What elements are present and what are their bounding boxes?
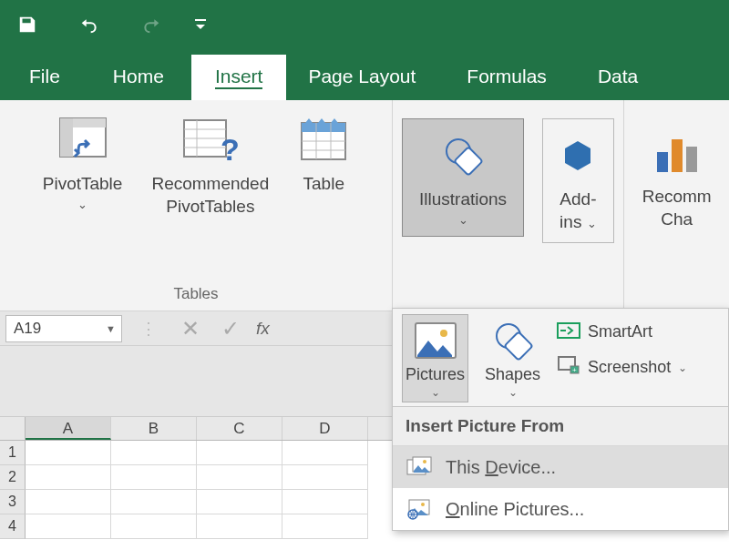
svg-rect-3: [60, 118, 73, 157]
recommended-pivottables-icon: ?: [179, 113, 242, 168]
svg-rect-11: [302, 123, 345, 132]
row-header[interactable]: 3: [0, 490, 26, 514]
table-label: Table: [303, 173, 344, 196]
pictures-icon: [410, 318, 461, 363]
group-label-tables: Tables: [173, 281, 218, 311]
ribbon-group-illustrations: Illustrations ⌄: [393, 100, 533, 311]
ribbon-group-tables: PivotTable ⌄ ? RecommendedPivotTables Ta…: [0, 100, 392, 311]
svg-rect-0: [195, 19, 206, 21]
svg-rect-18: [657, 152, 668, 172]
tab-insert[interactable]: Insert: [191, 55, 287, 100]
pivottable-label: PivotTable: [43, 173, 123, 196]
screenshot-button[interactable]: + Screenshot ⌄: [557, 355, 687, 380]
undo-icon[interactable]: [78, 14, 100, 36]
row-header[interactable]: 4: [0, 514, 26, 539]
chevron-down-icon: ⌄: [77, 198, 87, 211]
illustrations-icon: [440, 128, 486, 183]
cancel-icon[interactable]: ✕: [170, 316, 210, 341]
tab-home[interactable]: Home: [91, 55, 191, 100]
svg-text:?: ?: [221, 132, 240, 166]
illustrations-label: Illustrations: [419, 188, 507, 211]
chevron-down-icon[interactable]: ▼: [106, 323, 116, 334]
table-button[interactable]: Table: [293, 106, 354, 203]
chevron-down-icon: ⌄: [678, 361, 687, 374]
col-header-c[interactable]: C: [197, 417, 282, 440]
pivottable-button[interactable]: PivotTable ⌄: [37, 106, 128, 219]
svg-rect-19: [672, 139, 683, 172]
online-picture-icon: [406, 497, 433, 521]
illustrations-button[interactable]: Illustrations ⌄: [402, 118, 524, 237]
svg-rect-17: [454, 147, 482, 175]
select-all-corner[interactable]: [0, 417, 26, 440]
tab-file[interactable]: File: [11, 55, 91, 100]
online-pictures-item[interactable]: Online Pictures...: [393, 488, 728, 530]
chevron-down-icon: ⌄: [508, 386, 518, 399]
addins-button[interactable]: Add-ins ⌄: [542, 118, 614, 243]
ribbon: PivotTable ⌄ ? RecommendedPivotTables Ta…: [0, 100, 729, 311]
svg-rect-20: [686, 147, 697, 172]
chevron-down-icon: ⌄: [431, 386, 440, 399]
quick-access-toolbar: [0, 0, 729, 49]
tab-page-layout[interactable]: Page Layout: [286, 55, 441, 100]
screenshot-icon: +: [557, 355, 580, 380]
col-header-b[interactable]: B: [111, 417, 197, 440]
chevron-down-icon: ⌄: [458, 213, 468, 227]
drag-handle-icon[interactable]: ⋮: [128, 319, 170, 339]
svg-point-33: [421, 503, 425, 506]
redo-icon[interactable]: [140, 14, 162, 36]
pivottable-icon: [56, 113, 109, 168]
submenu-header: Insert Picture From: [393, 407, 728, 446]
chart-icon: [652, 126, 703, 180]
smartart-icon: [557, 320, 580, 344]
addins-icon: [560, 128, 596, 183]
this-device-item[interactable]: This Device...: [393, 446, 728, 488]
ribbon-group-charts: RecommCha: [624, 100, 717, 311]
tab-formulas[interactable]: Formulas: [441, 55, 572, 100]
shapes-icon: [488, 318, 539, 363]
customize-qat-icon[interactable]: [190, 14, 211, 36]
smartart-button[interactable]: SmartArt: [557, 320, 687, 344]
recommended-charts-button[interactable]: RecommCha: [637, 118, 717, 238]
save-icon[interactable]: [16, 14, 38, 36]
shapes-button[interactable]: Shapes ⌄: [481, 314, 544, 402]
name-box[interactable]: A19 ▼: [5, 315, 122, 342]
svg-text:+: +: [572, 366, 577, 374]
col-header-d[interactable]: D: [282, 417, 368, 440]
table-icon: [298, 113, 349, 168]
row-header[interactable]: 1: [0, 441, 26, 465]
ribbon-group-addins: Add-ins ⌄: [533, 100, 623, 311]
illustrations-dropdown: Pictures ⌄ Shapes ⌄ SmartArt + Screensho…: [392, 308, 729, 531]
insert-picture-submenu: Insert Picture From This Device... Onlin…: [393, 406, 728, 530]
fx-label[interactable]: fx: [251, 319, 275, 339]
device-picture-icon: [406, 455, 433, 479]
pictures-button[interactable]: Pictures ⌄: [402, 314, 468, 402]
svg-rect-24: [504, 331, 532, 360]
svg-point-31: [423, 460, 426, 463]
recommended-pivottables-button[interactable]: ? RecommendedPivotTables: [146, 106, 274, 225]
col-header-a[interactable]: A: [26, 417, 111, 440]
row-header[interactable]: 2: [0, 465, 26, 490]
ribbon-tabs: File Home Insert Page Layout Formulas Da…: [0, 49, 729, 100]
svg-point-22: [440, 330, 447, 337]
tab-data[interactable]: Data: [572, 55, 660, 100]
confirm-icon[interactable]: ✓: [210, 316, 251, 341]
